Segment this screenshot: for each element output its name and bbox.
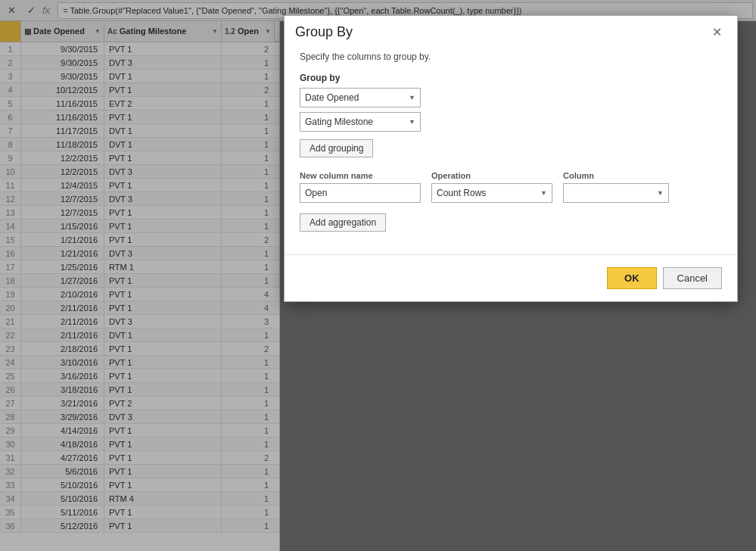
new-column-name-field: New column name [300,171,421,203]
operation-arrow: ▼ [540,189,547,197]
column-arrow: ▼ [657,189,664,197]
group-by-dropdown-2[interactable]: Gating Milestone ▼ [300,112,421,132]
modal-subtitle: Specify the columns to group by. [300,51,722,62]
group-by-arrow-2: ▼ [409,118,415,126]
group-by-row-2: Gating Milestone ▼ [300,112,722,132]
column-label: Column [563,171,669,180]
cancel-modal-button[interactable]: Cancel [663,267,722,289]
new-column-name-input[interactable] [300,183,421,203]
modal-footer: OK Cancel [285,254,737,301]
ok-button[interactable]: OK [607,267,657,289]
operation-dropdown[interactable]: Count Rows ▼ [431,183,552,203]
operation-value: Count Rows [437,188,486,198]
column-dropdown[interactable]: ▼ [563,183,669,203]
group-by-value-2: Gating Milestone [305,117,373,127]
aggregation-section: New column name Operation Count Rows ▼ C… [300,171,722,203]
group-by-modal: Group By ✕ Specify the columns to group … [284,15,738,302]
add-grouping-button[interactable]: Add grouping [300,139,373,157]
group-by-dropdown-1[interactable]: Date Opened ▼ [300,88,421,107]
group-by-row-1: Date Opened ▼ [300,88,722,107]
operation-field: Operation Count Rows ▼ [431,171,552,203]
group-by-arrow-1: ▼ [409,94,415,101]
modal-body: Specify the columns to group by. Group b… [285,45,737,247]
column-field: Column ▼ [563,171,669,203]
add-aggregation-button[interactable]: Add aggregation [300,213,386,232]
new-column-name-label: New column name [300,171,421,180]
modal-titlebar: Group By ✕ [285,16,737,45]
modal-title: Group By [295,24,353,40]
group-by-value-1: Date Opened [305,92,359,103]
group-by-section-label: Group by [300,73,722,83]
modal-close-button[interactable]: ✕ [708,23,726,41]
operation-label: Operation [431,171,552,180]
